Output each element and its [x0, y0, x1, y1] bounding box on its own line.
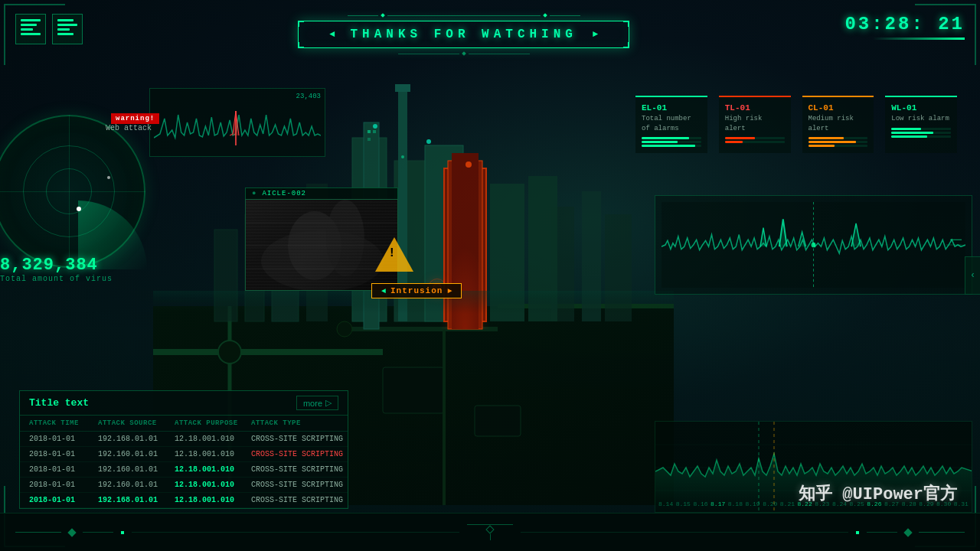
svg-point-37: [466, 161, 472, 168]
radar-dot-1: [77, 207, 81, 211]
col-attack-type: ATTACK TYPE: [251, 419, 358, 427]
alarm-bars-wl01: [891, 128, 951, 138]
warning-triangle: [375, 237, 413, 272]
axis-label-7: 8.20: [763, 500, 777, 507]
alarm-desc-wl01: Low risk alarm: [891, 114, 951, 124]
bottom-diamond-1: [67, 528, 76, 536]
big-waveform-panel: [655, 195, 972, 295]
svg-rect-7: [383, 367, 444, 413]
svg-rect-32: [395, 84, 410, 92]
chevron-left-icon: ‹: [970, 270, 975, 281]
camera-id-label: ●: [252, 190, 256, 197]
alarm-id-el01: EL-01: [642, 103, 701, 112]
svg-rect-20: [368, 130, 371, 133]
alert-arrow-right-icon: ►: [447, 287, 452, 295]
waveform-header: 23,403: [154, 93, 321, 100]
axis-label-5: 8.18: [728, 500, 743, 507]
table-more-button[interactable]: more ▷: [296, 396, 338, 410]
axis-label-3: 8.16: [693, 500, 707, 507]
cell-time-2: 2018-01-01: [29, 450, 98, 458]
alarm-desc-el01: Total number of alarms: [642, 114, 701, 133]
watermark-text: 知乎 @UIPower官方: [799, 485, 957, 504]
bottom-indicator: [121, 531, 124, 534]
virus-label: Total amount of virus: [0, 275, 113, 283]
svg-rect-21: [373, 130, 376, 133]
alarm-id-cl01: CL-01: [808, 103, 868, 112]
svg-rect-8: [475, 406, 521, 436]
timer-progress-bar: [873, 37, 965, 40]
table-header-bar: Title text more ▷: [20, 391, 348, 416]
cell-type-2: CROSS-SITE SCRIPTING: [251, 450, 358, 458]
svg-rect-22: [368, 138, 371, 141]
waveform-widget: 23,403: [149, 88, 325, 157]
thanks-text: THANKS FOR WATCHING: [350, 28, 577, 41]
cell-time-5: 2018-01-01: [29, 496, 98, 504]
axis-label-6: 8.19: [745, 500, 760, 507]
svg-point-36: [426, 139, 431, 144]
cell-type-5: CROSS-SITE SCRIPTING: [251, 496, 358, 504]
cell-time-3: 2018-01-01: [29, 465, 98, 474]
alarm-id-wl01: WL-01: [891, 103, 951, 112]
cell-source-3: 192.160.01.01: [98, 465, 175, 474]
alarm-stat-wl01: WL-01 Low risk alarm: [885, 96, 957, 153]
alert-box: ◄ Intrusion ►: [371, 283, 462, 298]
axis-label-8: 8.21: [780, 500, 795, 507]
table-row: 2018-01-01 192.168.01.01 12.18.001.010 C…: [20, 493, 348, 508]
cell-time-1: 2018-01-01: [29, 435, 98, 443]
waveform-canvas: [154, 103, 321, 145]
table-row: 2018-01-01 192.160.01.01 12.18.001.010 C…: [20, 447, 348, 462]
bottom-line-left: [15, 532, 61, 533]
top-header: THANKS FOR WATCHING 03:28: 21: [0, 0, 980, 77]
alarm-bars-cl01: [808, 137, 868, 147]
radar-inner-ring-2: [46, 168, 92, 214]
alarm-stat-el01: EL-01 Total number of alarms: [635, 96, 707, 153]
header-center: THANKS FOR WATCHING: [83, 8, 844, 55]
alarm-id-tl01: TL-01: [725, 103, 785, 112]
table-title: Title text: [29, 397, 89, 409]
svg-point-34: [373, 124, 377, 129]
table-column-headers: ATTACK TIME ATTACK SOURCE ATTACK PURPOSE…: [20, 416, 348, 432]
virus-count: 8,329,384: [0, 256, 113, 275]
cell-source-2: 192.160.01.01: [98, 450, 175, 458]
alarm-bars-el01: [642, 137, 701, 147]
cell-source-5: 192.168.01.01: [98, 496, 175, 504]
intrusion-alert: ◄ Intrusion ►: [371, 283, 462, 298]
side-panel-toggle[interactable]: ‹: [965, 256, 980, 295]
more-button-label: more: [303, 399, 322, 408]
cell-type-3: CROSS-SITE SCRIPTING: [251, 465, 358, 474]
warning-badge: warning!: [111, 113, 159, 124]
table-row: 2018-01-01 192.160.01.01 12.18.001.010 C…: [20, 478, 348, 493]
camera-id: AICLE-002: [262, 190, 306, 197]
cell-type-4: CROSS-SITE SCRIPTING: [251, 481, 358, 489]
col-attack-time: ATTACK TIME: [29, 419, 98, 427]
alarm-desc-tl01: High risk alert: [725, 114, 785, 133]
alarm-stats-panel: EL-01 Total number of alarms TL-01 High …: [635, 96, 957, 153]
svg-point-5: [218, 341, 241, 364]
svg-point-35: [401, 155, 404, 158]
cell-time-4: 2018-01-01: [29, 481, 98, 489]
logo-block-1: [15, 14, 46, 44]
alert-arrow-left-icon: ◄: [381, 287, 386, 295]
alarm-bars-tl01: [725, 137, 785, 143]
bottom-bar: [0, 513, 980, 551]
cell-source-4: 192.160.01.01: [98, 481, 175, 489]
table-row: 2018-01-01 192.168.01.01 12.18.001.010 C…: [20, 432, 348, 447]
cell-purpose-2: 12.18.001.010: [175, 450, 251, 458]
bottom-indicator-right: [856, 531, 859, 534]
bottom-line-right: [919, 532, 965, 533]
cell-purpose-5: 12.18.001.010: [175, 496, 251, 504]
radar-widget: 8,329,384 Total amount of virus: [0, 107, 153, 276]
web-attack-label: Web attack: [106, 124, 152, 132]
alert-text: Intrusion: [390, 286, 443, 295]
thanks-banner: THANKS FOR WATCHING: [298, 21, 629, 48]
logo-block-2: [52, 14, 83, 44]
waveform-label: 23,403: [296, 93, 321, 100]
table-row: 2018-01-01 192.160.01.01 12.18.001.010 C…: [20, 462, 348, 478]
alarm-stat-cl01: CL-01 Medium risk alert: [802, 96, 874, 153]
chevron-icon: ▷: [325, 398, 332, 408]
cell-purpose-4: 12.18.001.010: [175, 481, 251, 489]
bottom-diamond-2: [903, 528, 912, 536]
attack-data-table: Title text more ▷ ATTACK TIME ATTACK SOU…: [19, 390, 348, 509]
cell-type-1: CROSS-SITE SCRIPTING: [251, 435, 358, 443]
timer-display: 03:28: 21: [844, 8, 965, 40]
